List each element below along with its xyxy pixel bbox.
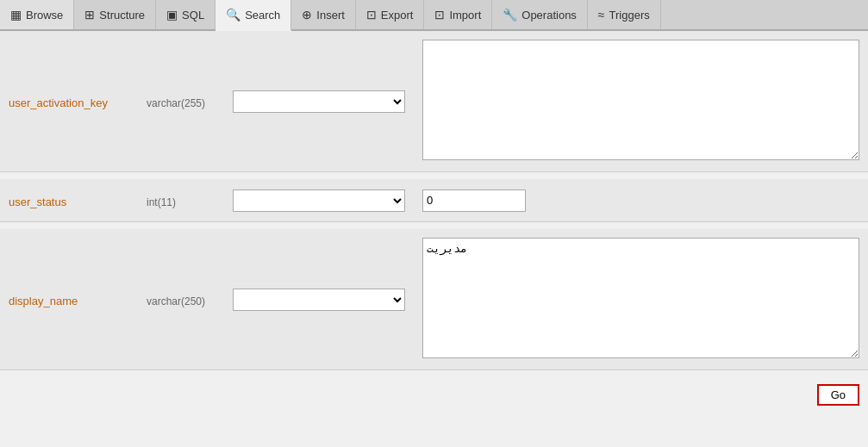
- field-type-user-activation-key: varchar(255): [147, 94, 233, 109]
- search-icon: 🔍: [226, 8, 240, 22]
- field-row-user-activation-key: user_activation_key varchar(255) = != LI…: [0, 31, 868, 172]
- field-value-display-name: مدیریت: [422, 238, 859, 361]
- field-name-user-status: user_status: [9, 192, 147, 208]
- main-content: user_activation_key varchar(255) = != LI…: [0, 31, 868, 413]
- field-type-user-status: int(11): [147, 193, 233, 208]
- triggers-icon: ≈: [598, 8, 605, 22]
- field-value-user-status: [422, 189, 859, 212]
- import-icon: ⊡: [434, 8, 445, 22]
- tab-bar: ▦ Browse ⊞ Structure ▣ SQL 🔍 Search ⊕ In…: [0, 0, 868, 31]
- row-divider-3: [0, 370, 868, 377]
- tab-operations[interactable]: 🔧 Operations: [492, 0, 588, 29]
- tab-triggers[interactable]: ≈ Triggers: [588, 0, 661, 29]
- sql-icon: ▣: [166, 8, 178, 22]
- tab-browse-label: Browse: [26, 9, 63, 22]
- value-input-user-status[interactable]: [422, 189, 526, 212]
- tab-operations-label: Operations: [521, 9, 577, 22]
- tab-search-label: Search: [245, 9, 280, 22]
- field-name-display-name: display_name: [9, 291, 147, 307]
- field-operator-display-name: = != LIKE NOT LIKE IN NOT IN IS NULL IS …: [233, 289, 414, 311]
- field-operator-user-status: = != LIKE NOT LIKE IN NOT IN IS NULL IS …: [233, 189, 414, 212]
- row-divider-1: [0, 172, 868, 179]
- tab-triggers-label: Triggers: [609, 9, 650, 22]
- tab-sql[interactable]: ▣ SQL: [156, 0, 215, 29]
- field-row-user-status: user_status int(11) = != LIKE NOT LIKE I…: [0, 179, 868, 222]
- row-divider-2: [0, 222, 868, 229]
- value-textarea-display-name[interactable]: مدیریت: [422, 238, 859, 358]
- tab-structure-label: Structure: [99, 9, 145, 22]
- tab-import-label: Import: [449, 9, 481, 22]
- field-value-user-activation-key: [422, 40, 859, 163]
- tab-export[interactable]: ⊡ Export: [356, 0, 425, 29]
- field-name-user-activation-key: user_activation_key: [9, 93, 147, 109]
- structure-icon: ⊞: [84, 8, 95, 22]
- tab-structure[interactable]: ⊞ Structure: [74, 0, 156, 29]
- tab-search[interactable]: 🔍 Search: [215, 0, 291, 31]
- field-row-display-name: display_name varchar(250) = != LIKE NOT …: [0, 229, 868, 370]
- operator-select-display-name[interactable]: = != LIKE NOT LIKE IN NOT IN IS NULL IS …: [233, 289, 405, 311]
- field-operator-user-activation-key: = != LIKE NOT LIKE IN NOT IN IS NULL IS …: [233, 90, 414, 113]
- tab-browse[interactable]: ▦ Browse: [0, 0, 74, 29]
- go-button[interactable]: Go: [817, 384, 859, 406]
- tab-insert[interactable]: ⊕ Insert: [291, 0, 356, 29]
- value-textarea-user-activation-key[interactable]: [422, 40, 859, 160]
- browse-icon: ▦: [10, 8, 22, 22]
- field-type-display-name: varchar(250): [147, 292, 233, 307]
- go-row: Go: [0, 377, 868, 413]
- operator-select-user-activation-key[interactable]: = != LIKE NOT LIKE IN NOT IN IS NULL IS …: [233, 90, 405, 113]
- tab-insert-label: Insert: [316, 9, 345, 22]
- tab-sql-label: SQL: [182, 9, 204, 22]
- operator-select-user-status[interactable]: = != LIKE NOT LIKE IN NOT IN IS NULL IS …: [233, 189, 405, 212]
- tab-import[interactable]: ⊡ Import: [424, 0, 492, 29]
- tab-export-label: Export: [381, 9, 414, 22]
- insert-icon: ⊕: [302, 8, 312, 22]
- export-icon: ⊡: [366, 8, 377, 22]
- operations-icon: 🔧: [503, 8, 517, 22]
